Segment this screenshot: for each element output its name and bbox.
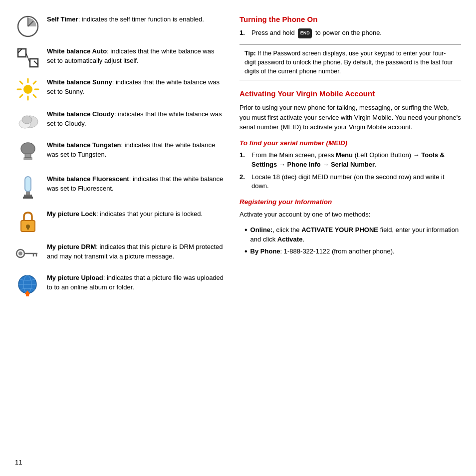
svg-line-5 xyxy=(26,53,30,63)
left-column: Self Timer: indicates the self timer fun… xyxy=(15,15,225,461)
tip-label: Tip: xyxy=(244,50,256,57)
find-serial-step-2-content: Locate 18 (dec) digit MEID number (on th… xyxy=(251,173,461,192)
step-1-prefix: Press and hold xyxy=(251,29,295,36)
step-1-content: Press and hold END to power on the phone… xyxy=(251,28,382,38)
pic-upload-label: My picture Upload xyxy=(47,274,103,281)
find-serial-step-2-num: 2. xyxy=(239,173,247,192)
list-item: White balance Cloudy: indicates that the… xyxy=(15,110,225,132)
page-number: 11 xyxy=(15,459,22,466)
svg-rect-26 xyxy=(23,197,33,199)
list-item: My picture Lock: indicates that your pic… xyxy=(15,210,225,234)
bullet-online: • Online:, click the ACTIVATE YOUR PHONE… xyxy=(244,226,461,244)
self-timer-text: : indicates the self timer function is e… xyxy=(78,15,204,23)
pic-lock-label: My picture Lock xyxy=(47,210,96,218)
svg-rect-4 xyxy=(30,59,38,67)
wb-tungsten-label: White balance Tungsten xyxy=(47,141,121,149)
list-item: White balance Tungsten: indicates that t… xyxy=(15,141,225,166)
wb-auto-label: White balance Auto xyxy=(47,47,107,55)
tip-text-content: If the Password screen displays, use you… xyxy=(244,50,453,75)
svg-point-17 xyxy=(22,116,32,124)
pic-drm-label: My picture DRM xyxy=(47,243,96,250)
wb-sunny-label: White balance Sunny xyxy=(47,78,112,86)
svg-rect-39 xyxy=(26,292,29,296)
activating-section: Activating Your Virgin Mobile Account Pr… xyxy=(239,89,461,256)
svg-rect-29 xyxy=(27,227,29,230)
find-serial-subtitle: To find your serial number (MEID) xyxy=(239,139,461,147)
bullet-online-content: Online:, click the ACTIVATE YOUR PHONE f… xyxy=(250,226,461,244)
find-serial-step-2: 2. Locate 18 (dec) digit MEID number (on… xyxy=(239,173,461,192)
list-item: My picture DRM: indicates that this pict… xyxy=(15,242,225,264)
registering-subtitle: Registering your Information xyxy=(239,198,461,206)
step-1-suffix: to power on the phone. xyxy=(315,29,382,36)
pic-drm-desc: My picture DRM: indicates that this pict… xyxy=(47,242,225,261)
right-column: Turning the Phone On 1. Press and hold E… xyxy=(239,15,461,461)
wb-sunny-icon xyxy=(15,78,41,101)
bullet-dot-2: • xyxy=(244,247,247,256)
svg-point-6 xyxy=(23,85,32,94)
svg-rect-23 xyxy=(25,177,31,192)
pic-upload-icon xyxy=(15,273,41,297)
find-serial-steps: 1. From the Main screen, press Menu (Lef… xyxy=(239,151,461,191)
pic-drm-icon xyxy=(15,242,41,264)
wb-fluorescent-label: White balance Fluorescent xyxy=(47,175,129,183)
list-item: My picture Upload: indicates that a pict… xyxy=(15,273,225,297)
wb-fluorescent-desc: White balance Fluorescent: indicates tha… xyxy=(47,175,225,194)
bullet-phone-content: By Phone: 1-888-322-1122 (from another p… xyxy=(250,247,395,256)
wb-fluorescent-icon xyxy=(15,175,41,201)
wb-auto-desc: White balance Auto: indicates that the w… xyxy=(47,47,225,66)
svg-line-13 xyxy=(33,81,36,84)
svg-line-11 xyxy=(20,81,22,84)
svg-point-18 xyxy=(21,143,35,155)
turning-on-steps: 1. Press and hold END to power on the ph… xyxy=(239,28,461,38)
svg-line-12 xyxy=(33,95,36,97)
activating-body: Prior to using your new phone for talkin… xyxy=(239,103,461,132)
list-item: Self Timer: indicates the self timer fun… xyxy=(15,15,225,38)
list-item: White balance Auto: indicates that the w… xyxy=(15,47,225,69)
find-serial-step-1-content: From the Main screen, press Menu (Left O… xyxy=(251,151,461,170)
self-timer-label: Self Timer xyxy=(47,15,78,23)
pic-lock-text: : indicates that your picture is locked. xyxy=(96,210,203,218)
wb-auto-icon xyxy=(15,47,41,69)
bullet-dot-1: • xyxy=(244,226,247,235)
find-serial-step-1-num: 1. xyxy=(239,151,247,170)
svg-rect-24 xyxy=(26,192,30,195)
wb-sunny-desc: White balance Sunny: indicates that the … xyxy=(47,78,225,97)
pic-lock-desc: My picture Lock: indicates that your pic… xyxy=(47,210,225,219)
step-1-num: 1. xyxy=(239,28,247,38)
svg-point-34 xyxy=(18,251,22,255)
tip-box: Tip: If the Password screen displays, us… xyxy=(239,44,461,80)
activating-title: Activating Your Virgin Mobile Account xyxy=(239,89,461,98)
svg-rect-25 xyxy=(24,195,32,197)
list-item: White balance Sunny: indicates that the … xyxy=(15,78,225,101)
pic-upload-desc: My picture Upload: indicates that a pict… xyxy=(47,273,225,292)
self-timer-icon xyxy=(15,15,41,38)
find-serial-step-1: 1. From the Main screen, press Menu (Lef… xyxy=(239,151,461,170)
wb-tungsten-desc: White balance Tungsten: indicates that t… xyxy=(47,141,225,160)
turning-on-section: Turning the Phone On 1. Press and hold E… xyxy=(239,15,461,38)
end-button-icon: END xyxy=(298,28,312,38)
list-item: White balance Fluorescent: indicates tha… xyxy=(15,175,225,201)
wb-cloudy-label: White balance Cloudy xyxy=(47,110,114,118)
turning-on-title: Turning the Phone On xyxy=(239,15,461,23)
svg-rect-19 xyxy=(25,154,31,158)
wb-cloudy-desc: White balance Cloudy: indicates that the… xyxy=(47,110,225,129)
svg-line-14 xyxy=(20,95,22,97)
bullet-phone: • By Phone: 1-888-322-1122 (from another… xyxy=(244,247,461,256)
svg-rect-3 xyxy=(18,49,26,57)
registering-intro: Activate your account by one of two meth… xyxy=(239,210,461,220)
pic-lock-icon xyxy=(15,210,41,234)
self-timer-desc: Self Timer: indicates the self timer fun… xyxy=(47,15,225,24)
registering-bullets: • Online:, click the ACTIVATE YOUR PHONE… xyxy=(239,226,461,257)
wb-cloudy-icon xyxy=(15,110,41,132)
wb-tungsten-icon xyxy=(15,141,41,166)
step-1: 1. Press and hold END to power on the ph… xyxy=(239,28,461,38)
